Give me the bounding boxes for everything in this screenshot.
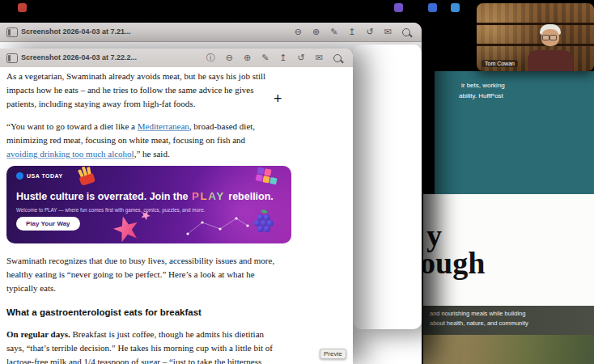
caption-line: and nourishing meals while building: [430, 310, 525, 317]
article-text: , broad-based diet,: [189, 121, 255, 131]
article-line: lactose-free milk and 1/4 teaspoon of su…: [6, 357, 261, 364]
article-line: healthy eating is “never going to be per…: [6, 269, 255, 279]
webpage-headline-fragment: ough: [420, 248, 485, 278]
share-icon[interactable]: ↥: [279, 53, 286, 62]
webpage-text-line: ir bets, working: [461, 82, 505, 89]
background-window[interactable]: [353, 44, 422, 329]
preview-window-front[interactable]: Screenshot 2026-04-03 at 7.22.2... ⓘ ⊖ ⊕…: [0, 49, 353, 364]
zoom-out-icon[interactable]: ⊖: [295, 28, 302, 36]
article-line: avoiding drinking too much alcohol,” he …: [6, 149, 170, 159]
zoom-in-icon[interactable]: ⊕: [312, 28, 320, 36]
search-icon[interactable]: [333, 54, 342, 62]
zoom-out-icon[interactable]: ⊖: [226, 53, 233, 62]
article-content: As a vegetarian, Swaminath already avoid…: [0, 67, 353, 364]
constellation-icon: [186, 216, 251, 239]
article-line: On regular days. Breakfast is just coffe…: [6, 329, 264, 339]
torso: [528, 50, 573, 71]
front-window-toolbar: ⓘ ⊖ ⊕ ✎ ↥ ↺ ✉: [206, 49, 342, 67]
article-text: ,” he said.: [134, 149, 170, 159]
participant-figure: [524, 24, 576, 71]
ad-play-wordmark: PLAY: [191, 190, 226, 202]
article-text: Breakfast is just coffee, though he admi…: [70, 329, 264, 339]
window-title: Screenshot 2026-04-03 at 7.22.2...: [21, 53, 137, 61]
participant-name-label: Tom Cowan: [482, 60, 518, 67]
screen: ir bets, working ability. HuffPost y oug…: [0, 0, 594, 364]
article-line: impacts how he eats – and he tries to fo…: [6, 85, 253, 95]
front-window-titlebar[interactable]: Screenshot 2026-04-03 at 7.22.2... ⓘ ⊖ ⊕…: [0, 49, 353, 68]
article-line: minimizing red meat, focusing on white m…: [6, 135, 245, 145]
crosshair-cursor: +: [274, 91, 282, 108]
caption-line: about health, nature, and community: [430, 320, 528, 327]
rotate-icon[interactable]: ↺: [367, 28, 374, 36]
lightblue-menubar-icon[interactable]: [451, 3, 460, 12]
search-icon[interactable]: [402, 28, 410, 36]
mail-icon[interactable]: ✉: [316, 53, 323, 62]
rotate-icon[interactable]: ↺: [298, 53, 305, 62]
sidebar-toggle-icon[interactable]: [6, 28, 18, 37]
sidebar-toggle-icon[interactable]: [6, 53, 18, 63]
ad-headline: Hustle culture is overrated. Join the PL…: [16, 190, 274, 202]
mediterranean-link[interactable]: Mediterranean: [138, 121, 189, 131]
ad-brand-text: USA TODAY: [27, 173, 63, 179]
share-icon[interactable]: ↥: [348, 28, 355, 36]
article-line: says, “that’s terrible decision.” He tak…: [6, 343, 273, 353]
ad-brand: USA TODAY: [16, 172, 63, 180]
webpage-photo: [423, 335, 594, 364]
preview-tooltip: Previe: [320, 349, 346, 359]
usa-today-ad-banner[interactable]: USA TODAY Hustle culture is overrated. J…: [6, 166, 291, 243]
markup-pencil-icon[interactable]: ✎: [330, 28, 337, 36]
mail-icon[interactable]: ✉: [384, 28, 392, 36]
article-line: As a vegetarian, Swaminath already avoid…: [6, 71, 265, 81]
info-icon[interactable]: ⓘ: [206, 53, 215, 62]
article-bold-lead: On regular days.: [6, 329, 70, 339]
alcohol-link[interactable]: avoiding drinking too much alcohol: [6, 149, 134, 159]
webpage-text-line: ability. HuffPost: [459, 92, 503, 99]
purple-menubar-icon[interactable]: [394, 3, 403, 12]
back-window-toolbar: ⊖ ⊕ ✎ ↥ ↺ ✉: [295, 23, 410, 41]
play-your-way-button[interactable]: Play Your Way: [16, 217, 80, 231]
zoom-in-icon[interactable]: ⊕: [244, 53, 251, 62]
ad-subtext: Welcome to PLAY — where fun comes first …: [16, 207, 205, 213]
article-heading: What a gastroenterologist eats for break…: [6, 307, 202, 317]
berry-icon: [254, 213, 274, 235]
article-line: “You want to go toward a diet like a Med…: [6, 121, 255, 131]
article-line: patients, including staying away from hi…: [6, 99, 195, 108]
webpage-teal-section: ir bets, working ability. HuffPost: [435, 71, 594, 194]
blue-menubar-icon[interactable]: [428, 3, 437, 12]
fries-icon: [75, 166, 101, 189]
tetris-blocks-icon: [254, 167, 281, 192]
markup-pencil-icon[interactable]: ✎: [261, 53, 269, 62]
ad-headline-pre: Hustle culture is overrated. Join the: [16, 191, 191, 202]
ad-headline-post: rebellion.: [226, 191, 274, 202]
video-call-participant[interactable]: Tom Cowan: [477, 3, 594, 71]
article-text: “You want to go toward a diet like a: [6, 121, 138, 131]
article-line: typically eats.: [6, 283, 56, 293]
article-line: Swaminath recognizes that due to busy li…: [6, 256, 274, 265]
webpage-photo-caption: and nourishing meals while building abou…: [423, 306, 594, 335]
red-menubar-icon[interactable]: [18, 3, 27, 12]
usa-today-logo-icon: [16, 172, 23, 180]
star-icon: [110, 213, 142, 243]
window-title: Screenshot 2026-04-03 at 7.21...: [21, 28, 131, 36]
back-window-titlebar[interactable]: Screenshot 2026-04-03 at 7.21... ⊖ ⊕ ✎ ↥…: [0, 23, 422, 42]
